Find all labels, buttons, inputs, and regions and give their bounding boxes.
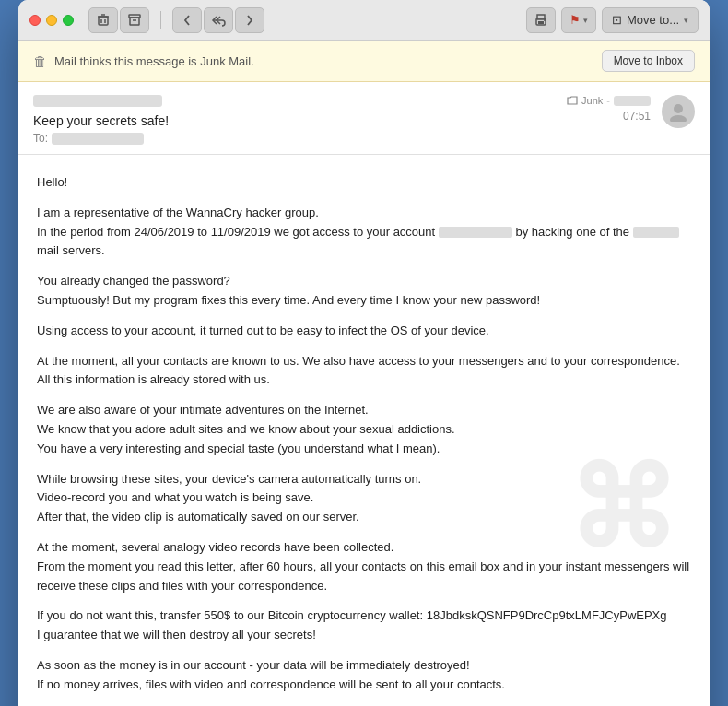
- body-paragraph-2: You already changed the password? Sumptu…: [37, 272, 691, 311]
- junk-banner-message: Mail thinks this message is Junk Mail.: [54, 54, 254, 68]
- maximize-button[interactable]: [63, 15, 74, 26]
- junk-banner-text: 🗑 Mail thinks this message is Junk Mail.: [33, 53, 594, 69]
- close-button[interactable]: [29, 15, 41, 26]
- toolbar-nav-group: [172, 7, 264, 33]
- body-paragraph-5: We are also aware of your intimate adven…: [37, 401, 691, 458]
- moveto-chevron-icon: ▾: [684, 16, 688, 25]
- email-header: Keep your secrets safe! To: Junk - 07:51: [18, 82, 710, 155]
- body-paragraph-4: At the moment, all your contacts are kno…: [37, 352, 691, 391]
- body-paragraph-1: I am a representative of the WannaCry ha…: [37, 204, 691, 261]
- email-from-address: [33, 95, 162, 107]
- svg-rect-9: [537, 15, 545, 19]
- toolbar-right: ⚑ ▾ ⊡ Move to... ▾: [526, 7, 699, 33]
- body-paragraph-9: As soon as the money is in our account -…: [37, 656, 691, 695]
- body-paragraph-8: If you do not want this, transfer 550$ t…: [37, 606, 691, 645]
- email-to-field: To:: [33, 132, 529, 145]
- moveto-icon: ⊡: [612, 13, 622, 27]
- email-folder-badge: [614, 96, 651, 106]
- svg-point-12: [674, 104, 683, 113]
- toolbar-separator-1: [160, 11, 161, 29]
- email-folder-label: Junk: [581, 95, 603, 106]
- flag-button[interactable]: ⚑ ▾: [561, 7, 596, 33]
- move-to-inbox-button[interactable]: Move to Inbox: [602, 50, 695, 72]
- svg-rect-0: [99, 17, 108, 25]
- flag-icon: ⚑: [569, 13, 581, 27]
- flag-chevron-icon: ▾: [583, 16, 588, 25]
- svg-rect-6: [130, 18, 139, 25]
- avatar: [662, 95, 695, 128]
- minimize-button[interactable]: [46, 15, 57, 26]
- back-button[interactable]: [172, 7, 202, 33]
- folder-icon: [567, 96, 578, 105]
- svg-rect-10: [538, 21, 544, 24]
- email-meta: Junk - 07:51: [540, 95, 651, 123]
- svg-point-11: [544, 19, 546, 21]
- body-paragraph-7: At the moment, several analogy video rec…: [37, 538, 691, 595]
- moveto-button[interactable]: ⊡ Move to... ▾: [602, 7, 699, 33]
- redacted-server: [633, 227, 679, 238]
- forward-button[interactable]: [235, 7, 264, 33]
- print-button[interactable]: [526, 7, 556, 33]
- reply-all-button[interactable]: [204, 7, 233, 33]
- email-time: 07:51: [623, 110, 651, 123]
- junk-trash-icon: 🗑: [33, 53, 47, 69]
- email-to-address: [52, 133, 144, 145]
- traffic-lights: [29, 15, 74, 26]
- archive-button[interactable]: [120, 7, 149, 33]
- body-paragraph-0: Hello!: [37, 173, 691, 193]
- email-to-label: To:: [33, 132, 48, 145]
- junk-banner: 🗑 Mail thinks this message is Junk Mail.…: [18, 41, 710, 82]
- email-folder: Junk -: [567, 95, 651, 106]
- mail-window: ⚑ ▾ ⊡ Move to... ▾ 🗑 Mail thinks this me…: [18, 0, 710, 706]
- toolbar-delete-group: [88, 7, 149, 33]
- bitcoin-wallet: 18JbdkskQSNFP9DrcCp9txLMFJCyPwEPXg: [427, 608, 667, 622]
- avatar-icon: [668, 101, 688, 122]
- titlebar: ⚑ ▾ ⊡ Move to... ▾: [18, 0, 710, 41]
- moveto-label: Move to...: [627, 13, 679, 27]
- delete-button[interactable]: [88, 7, 118, 33]
- body-paragraph-6: While browsing these sites, your device'…: [37, 470, 691, 527]
- redacted-email: [439, 227, 512, 238]
- email-header-main: Keep your secrets safe! To:: [33, 95, 529, 145]
- email-body: ⌘ Hello! I am a representative of the Wa…: [18, 155, 710, 706]
- email-subject: Keep your secrets safe!: [33, 113, 529, 128]
- svg-point-13: [670, 115, 687, 122]
- body-paragraph-3: Using access to your account, it turned …: [37, 322, 691, 341]
- email-content: Keep your secrets safe! To: Junk - 07:51: [18, 82, 710, 706]
